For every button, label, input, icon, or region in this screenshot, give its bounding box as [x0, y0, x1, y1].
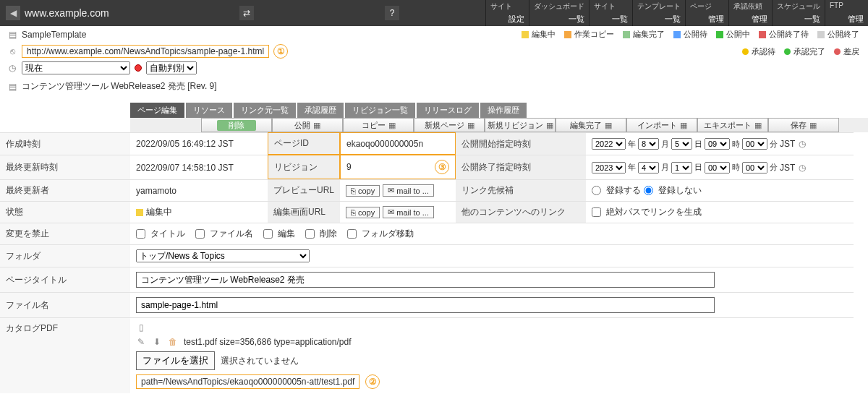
- end-day[interactable]: 1: [671, 162, 692, 173]
- menu-title: サイト: [594, 1, 628, 12]
- label-pub-end: 公開終了指定時刻: [456, 155, 586, 179]
- menu-action[interactable]: 管理: [733, 14, 767, 25]
- tab[interactable]: 承認履歴: [297, 103, 344, 118]
- menu-action[interactable]: 管理: [830, 14, 864, 25]
- radio-register[interactable]: 登録する: [592, 184, 641, 197]
- nav-back-icon[interactable]: ◀: [6, 6, 20, 20]
- copy-button[interactable]: ⎘copy: [346, 207, 380, 218]
- tab[interactable]: リビジョン一覧: [345, 103, 415, 118]
- toolbar-button[interactable]: コピー▦: [343, 118, 414, 132]
- toolbar-button[interactable]: 新規ページ▦: [414, 118, 485, 132]
- toolbar-button[interactable]: 公開▦: [272, 118, 343, 132]
- start-year[interactable]: 2022: [592, 138, 626, 150]
- top-menu-item[interactable]: サイト設定: [485, 0, 529, 26]
- top-menu-item[interactable]: テンプレート一覧: [632, 0, 685, 26]
- swap-icon[interactable]: ⇄: [239, 6, 254, 20]
- menu-action[interactable]: 一覧: [777, 14, 820, 25]
- title-input[interactable]: [136, 272, 715, 288]
- page-url: http://www.example.com/NewsAndTopics/sam…: [22, 45, 269, 58]
- toolbar-button[interactable]: 新規リビジョン▦: [485, 118, 556, 132]
- tab[interactable]: 操作履歴: [480, 103, 527, 118]
- pub-end-controls: 2023年 4月 1日 00時 00分 JST ◷: [586, 155, 854, 179]
- delete-icon[interactable]: 🗑: [168, 337, 178, 347]
- end-hour[interactable]: 00: [705, 162, 730, 173]
- legend-item: 承認待: [742, 46, 775, 57]
- toolbar-button[interactable]: インポート▦: [626, 118, 697, 132]
- legend-swatch-icon: [817, 31, 825, 38]
- toolbar-button[interactable]: 編集完了▦: [556, 118, 626, 132]
- end-year[interactable]: 2023: [592, 162, 626, 173]
- topbar: ◀ www.example.com ⇄ ? サイト設定ダッシュボード一覧サイト一…: [0, 0, 868, 26]
- edit-icon[interactable]: ✎: [136, 337, 146, 347]
- menu-action[interactable]: 一覧: [534, 14, 584, 25]
- menu-action[interactable]: 設定: [490, 14, 524, 25]
- toolbar-button[interactable]: 削除: [201, 118, 272, 132]
- template-name: SampleTemplate: [22, 30, 86, 40]
- record-icon[interactable]: [135, 64, 142, 72]
- lock-checkbox[interactable]: 編集: [263, 228, 295, 240]
- file-none: 選択されていません: [221, 355, 299, 367]
- help-icon[interactable]: ?: [385, 6, 399, 20]
- calendar-icon[interactable]: ◷: [797, 139, 807, 149]
- lock-checkbox[interactable]: タイトル: [136, 228, 185, 240]
- top-menus: サイト設定ダッシュボード一覧サイト一覧テンプレート一覧ページ管理承認依頼管理スケ…: [485, 0, 868, 26]
- tab[interactable]: リソース: [186, 103, 232, 118]
- tool-icon: ▦: [467, 121, 475, 130]
- start-day[interactable]: 5: [671, 138, 692, 150]
- value-page-id: ekaoqo000000005n: [340, 132, 456, 155]
- label-link-cand: リンク先候補: [456, 179, 586, 201]
- file-choose-button[interactable]: ファイルを選択: [136, 351, 215, 370]
- legend-swatch-icon: [716, 31, 723, 38]
- annotation-1: ①: [273, 44, 288, 59]
- lock-checkbox[interactable]: フォルダ移動: [347, 228, 414, 240]
- end-min[interactable]: 00: [742, 162, 767, 173]
- legend-swatch-icon: [522, 31, 529, 38]
- menu-title: ダッシュボード: [534, 1, 584, 12]
- top-menu-item[interactable]: ページ管理: [685, 0, 728, 26]
- menu-action[interactable]: 一覧: [637, 14, 681, 25]
- top-menu-item[interactable]: FTP管理: [825, 0, 868, 26]
- tab[interactable]: リリースログ: [417, 103, 479, 118]
- download-icon[interactable]: ⬇: [152, 337, 162, 347]
- filename-input[interactable]: [136, 297, 715, 313]
- page-icon: ▤: [7, 82, 17, 92]
- top-menu-item[interactable]: スケジュール一覧: [772, 0, 825, 26]
- approval-legend: 承認待承認完了差戻: [295, 43, 868, 60]
- lock-checkbox[interactable]: ファイル名: [195, 228, 253, 240]
- legend-swatch-icon: [759, 31, 766, 38]
- start-min[interactable]: 00: [742, 138, 767, 150]
- menu-action[interactable]: 管理: [690, 14, 724, 25]
- toolbar-button[interactable]: エキスポート▦: [697, 118, 768, 132]
- mailto-button[interactable]: ✉mail to ...: [383, 184, 434, 197]
- legend-label: 編集中: [532, 29, 556, 40]
- calendar-icon[interactable]: ◷: [797, 163, 807, 173]
- top-menu-item[interactable]: サイト一覧: [589, 0, 632, 26]
- menu-title: スケジュール: [777, 1, 820, 12]
- copy-button[interactable]: ⎘copy: [346, 185, 380, 197]
- menu-action[interactable]: 一覧: [594, 14, 628, 25]
- end-month[interactable]: 4: [638, 162, 659, 173]
- tab[interactable]: ページ編集: [130, 103, 184, 118]
- mailto-button[interactable]: ✉mail to ...: [383, 206, 434, 218]
- start-month[interactable]: 8: [638, 138, 659, 150]
- tool-icon: ▦: [388, 121, 396, 130]
- folder-select[interactable]: トップ/News & Topics: [136, 249, 310, 262]
- toolbar-button[interactable]: 保存▦: [768, 118, 839, 132]
- legend-swatch-icon: [623, 31, 630, 38]
- legend-item: 公開待: [673, 29, 707, 40]
- checkbox-abs-path[interactable]: 絶対パスでリンクを生成: [592, 206, 702, 218]
- tabs: ページ編集リソースリンク元一覧承認履歴リビジョン一覧リリースログ操作履歴: [130, 103, 868, 118]
- radio-noregister[interactable]: 登録しない: [644, 184, 702, 197]
- top-menu-item[interactable]: 承認依頼管理: [728, 0, 772, 26]
- clock-icon: ◷: [7, 63, 17, 73]
- label-edit-url: 編集画面URL: [268, 201, 340, 223]
- top-menu-item[interactable]: ダッシュボード一覧: [529, 0, 589, 26]
- label-lock: 変更を禁止: [0, 223, 130, 244]
- start-hour[interactable]: 09: [705, 138, 730, 150]
- value-created: 2022/09/05 16:49:12 JST: [130, 132, 268, 155]
- time-select[interactable]: 現在: [22, 61, 130, 74]
- lock-checkbox[interactable]: 削除: [305, 228, 337, 240]
- tab[interactable]: リンク元一覧: [234, 103, 296, 118]
- legend-label: 公開待: [684, 29, 707, 40]
- encoding-select[interactable]: 自動判別: [146, 61, 197, 74]
